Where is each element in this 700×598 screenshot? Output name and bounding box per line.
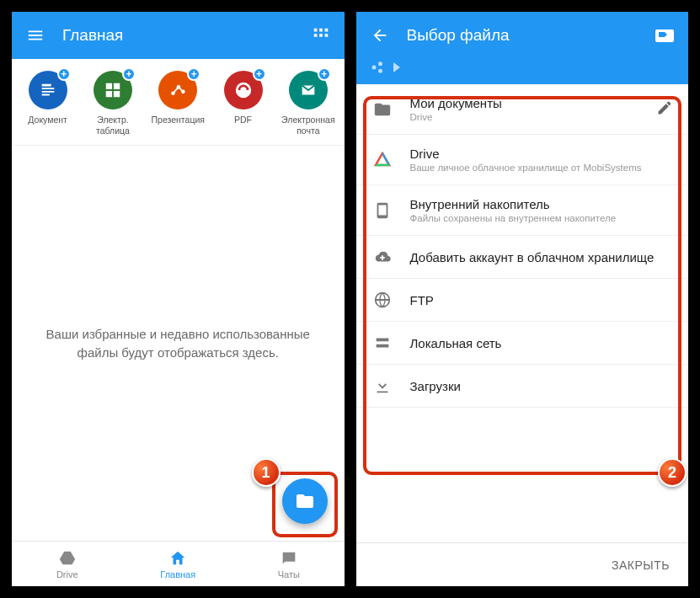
- nav-label: Drive: [56, 569, 78, 579]
- grid-view-icon[interactable]: [311, 25, 331, 45]
- shortcut-label: Электр. таблица: [96, 115, 130, 136]
- download-icon: [371, 376, 393, 395]
- breadcrumb-root-icon[interactable]: [370, 59, 387, 76]
- nav-label: Чаты: [278, 569, 300, 579]
- appbar: Главная: [12, 12, 345, 59]
- bottom-nav: Drive Главная Чаты: [12, 541, 345, 586]
- plus-badge-icon: +: [253, 67, 266, 81]
- dialog-footer: ЗАКРЫТЬ: [356, 542, 689, 586]
- location-list: Мои документы Drive Drive Ваше личное об…: [356, 84, 689, 542]
- lan-icon: [371, 334, 393, 352]
- shortcut-label: PDF: [234, 115, 252, 125]
- plus-badge-icon: +: [318, 67, 331, 81]
- row-title: Локальная сеть: [410, 336, 674, 350]
- nav-drive[interactable]: Drive: [12, 542, 123, 586]
- row-title: Drive: [410, 147, 674, 161]
- row-subtitle: Файлы сохранены на внутреннем накопителе: [410, 213, 674, 223]
- location-my-documents[interactable]: Мои документы Drive: [356, 84, 689, 135]
- folder-icon: [371, 100, 393, 119]
- shortcut-pdf[interactable]: + PDF: [213, 71, 274, 136]
- hamburger-icon[interactable]: [25, 25, 45, 45]
- globe-icon: [371, 291, 393, 309]
- breadcrumb: [356, 59, 689, 84]
- row-title: Загрузки: [410, 379, 674, 393]
- shortcut-spreadsheet[interactable]: + Электр. таблица: [83, 71, 143, 136]
- plus-badge-icon: +: [187, 67, 200, 81]
- row-title: Добавить аккаунт в облачном хранилище: [410, 250, 674, 264]
- nav-chats[interactable]: Чаты: [233, 542, 345, 586]
- shortcuts-row: + Документ + Электр. таблица + Презентац…: [12, 59, 345, 146]
- shortcut-email[interactable]: + Электронная почта: [278, 71, 339, 136]
- row-subtitle: Drive: [410, 112, 640, 122]
- plus-badge-icon: +: [122, 67, 136, 81]
- location-ftp[interactable]: FTP: [356, 279, 689, 322]
- chevron-right-icon: [393, 62, 400, 72]
- location-drive[interactable]: Drive Ваше личное облачное хранилище от …: [356, 135, 689, 185]
- row-title: FTP: [410, 293, 674, 307]
- location-add-cloud-account[interactable]: Добавить аккаунт в облачном хранилище: [356, 236, 689, 279]
- back-arrow-icon[interactable]: [370, 25, 390, 45]
- location-internal-storage[interactable]: Внутренний накопитель Файлы сохранены на…: [356, 185, 689, 236]
- location-local-network[interactable]: Локальная сеть: [356, 322, 689, 365]
- row-subtitle: Ваше личное облачное хранилище от MobiSy…: [410, 163, 674, 173]
- appbar-title: Выбор файла: [407, 26, 639, 45]
- svg-point-6: [378, 69, 382, 73]
- fab-open-file[interactable]: [282, 478, 328, 524]
- appbar-title: Главная: [62, 26, 294, 45]
- shortcut-label: Презентация: [152, 115, 205, 125]
- edit-icon[interactable]: [656, 99, 673, 120]
- location-downloads[interactable]: Загрузки: [356, 365, 689, 408]
- close-button[interactable]: ЗАКРЫТЬ: [612, 558, 670, 572]
- svg-point-4: [371, 66, 376, 70]
- plus-badge-icon: +: [57, 67, 71, 81]
- appbar: Выбор файла: [356, 12, 689, 59]
- cloud-add-icon: [371, 248, 393, 266]
- nav-home[interactable]: Главная: [123, 542, 234, 586]
- nav-label: Главная: [160, 569, 195, 579]
- screen-home: Главная + Документ + Электр. таблица + П: [12, 12, 345, 586]
- svg-point-5: [378, 61, 382, 66]
- drive-logo-icon: [371, 152, 393, 168]
- row-title: Мои документы: [410, 96, 640, 110]
- shortcut-document[interactable]: + Документ: [18, 71, 78, 136]
- shortcut-label: Документ: [28, 115, 67, 125]
- phone-icon: [371, 201, 393, 220]
- shortcut-presentation[interactable]: + Презентация: [147, 71, 208, 136]
- row-title: Внутренний накопитель: [410, 197, 674, 211]
- app-logo-icon[interactable]: [655, 25, 675, 45]
- screen-file-picker: Выбор файла Мои документы Drive Drive Ва…: [356, 12, 689, 586]
- shortcut-label: Электронная почта: [281, 115, 335, 136]
